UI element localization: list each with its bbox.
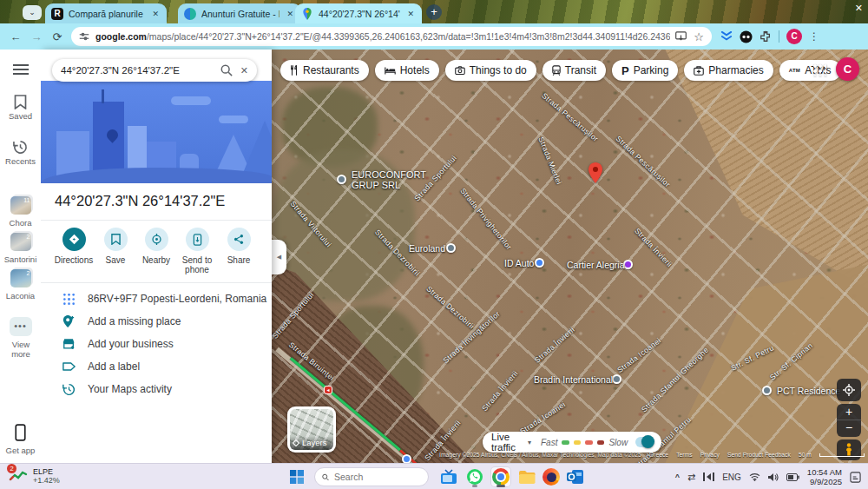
view-more-button[interactable]: ••• View more [0, 317, 41, 359]
poi-marker-partial[interactable] [402, 454, 411, 463]
dark-extension-icon[interactable] [740, 30, 753, 43]
panel-collapse-handle[interactable]: ◀ [272, 240, 286, 274]
tab-search-button[interactable]: ⌄ [23, 5, 42, 20]
traffic-toggle[interactable] [635, 437, 653, 447]
tray-media-icon[interactable] [703, 472, 714, 481]
zoom-out-button[interactable]: − [837, 420, 861, 436]
save-button[interactable]: Save [95, 228, 136, 265]
search-icon[interactable] [220, 64, 233, 76]
poi-marker-bradin[interactable] [612, 374, 621, 384]
poi-label-id-auto[interactable]: ID Auto [504, 258, 534, 268]
poi-marker-euroconfort[interactable] [337, 175, 346, 184]
forward-icon[interactable]: → [26, 30, 47, 43]
chip-hotels[interactable]: Hotels [375, 60, 439, 81]
notification-center-icon[interactable] [850, 472, 861, 483]
add-business-link[interactable]: Add your business [41, 333, 272, 355]
poi-label-cartier-alegria[interactable]: Cartier Alegria [567, 260, 625, 270]
layers-button[interactable]: Layers [287, 406, 336, 453]
poi-label-pct-residence[interactable]: PCT Residence [777, 386, 840, 396]
tab-close-icon[interactable]: ✕ [285, 10, 295, 18]
address-bar[interactable]: google.com/maps/place/44°20'27.3"N+26°14… [71, 27, 712, 46]
send-to-phone-button[interactable]: Send to phone [176, 228, 218, 274]
taskbar-clock[interactable]: 10:54 AM 9/9/2025 [807, 467, 842, 486]
tab-google-maps[interactable]: 44°20'27.3"N 26°14'37.2"E - Go ✕ [295, 3, 422, 23]
taskbar-search-box[interactable] [314, 467, 429, 486]
taskbar-app-chrome[interactable] [490, 466, 511, 487]
new-tab-button[interactable]: + [426, 4, 442, 20]
browser-profile-avatar[interactable]: C [786, 29, 802, 44]
back-icon[interactable]: ← [5, 30, 26, 43]
widgets-button[interactable]: 2 ELPE +1.42% [9, 466, 60, 486]
traffic-incident-marker[interactable]: ◂ [324, 386, 332, 394]
taskbar-app-firefox[interactable] [541, 466, 562, 487]
browser-menu-icon[interactable]: ⋮ [809, 30, 819, 43]
attribution-region-link[interactable]: Greece [649, 452, 668, 458]
feedback-link[interactable]: Send Product Feedback [727, 452, 791, 458]
nearby-button[interactable]: Nearby [135, 228, 177, 265]
hamburger-menu-icon[interactable] [13, 63, 29, 76]
tab-close-icon[interactable]: ✕ [150, 10, 161, 18]
search-input[interactable] [61, 65, 217, 76]
taskbar-app-explorer[interactable] [516, 466, 537, 487]
poi-label-euroland[interactable]: Euroland [409, 243, 445, 254]
maps-activity-link[interactable]: Your Maps activity [41, 378, 272, 400]
clear-search-icon[interactable]: ✕ [240, 65, 248, 76]
add-missing-place-link[interactable]: Add a missing place [41, 310, 272, 333]
chip-parking[interactable]: P Parking [612, 60, 678, 81]
extensions-puzzle-icon[interactable] [760, 30, 772, 43]
battery-icon[interactable] [786, 473, 799, 481]
poi-label-euroconfort[interactable]: EUROCONFORTGRUP SRL [352, 169, 426, 190]
zoom-in-button[interactable]: + [837, 404, 861, 420]
send-to-device-icon[interactable] [675, 31, 687, 42]
chip-pharmacies[interactable]: Pharmacies [684, 60, 773, 81]
chip-transit[interactable]: Transit [542, 60, 606, 81]
start-button[interactable] [286, 466, 307, 487]
chevrons-extension-icon[interactable] [720, 31, 733, 42]
google-apps-grid-icon[interactable] [812, 63, 826, 76]
maps-profile-avatar[interactable]: C [836, 57, 859, 81]
recent-place-laconia[interactable]: 2 Laconia [0, 269, 41, 301]
tray-chevron-up-icon[interactable]: ^ [675, 472, 680, 481]
my-location-button[interactable] [837, 379, 861, 401]
tv-app-icon [440, 469, 457, 485]
live-traffic-label[interactable]: Live traffic [491, 432, 523, 453]
poi-marker-euroland[interactable] [446, 243, 456, 253]
taskbar-app-tv[interactable] [438, 466, 459, 487]
poi-label-bradin[interactable]: Bradin International [534, 374, 613, 385]
tab-anunturi[interactable]: Anunturi Gratuite - Peste 4 mili ✕ [178, 3, 301, 23]
share-button[interactable]: Share [218, 228, 260, 265]
terms-link[interactable]: Terms [676, 452, 693, 458]
tab-revolut[interactable]: R Compară planurile Revolut | Re ✕ [45, 3, 167, 23]
taskbar-search-input[interactable] [334, 472, 421, 482]
directions-button[interactable]: Directions [53, 228, 95, 265]
sidebar-item-recents[interactable]: Recents [0, 140, 41, 166]
taskbar-app-whatsapp[interactable] [464, 466, 485, 487]
recent-place-chora[interactable]: 11 Chora [0, 196, 41, 228]
bookmark-star-icon[interactable]: ☆ [694, 30, 704, 43]
reload-icon[interactable]: ⟳ [47, 30, 68, 43]
tab-close-icon[interactable]: ✕ [405, 10, 416, 18]
tray-arrows-icon[interactable]: ⇄ [687, 472, 695, 483]
wifi-icon[interactable] [749, 472, 760, 481]
chevron-down-icon[interactable]: ▾ [528, 439, 531, 446]
place-pin-icon[interactable] [589, 162, 602, 183]
window-close-icon[interactable]: ✕ [855, 3, 863, 14]
place-thumbnail: 2 [10, 269, 31, 287]
maps-search-box[interactable]: ✕ [52, 59, 257, 82]
add-label-link[interactable]: Add a label [41, 355, 272, 378]
volume-icon[interactable] [768, 472, 779, 482]
get-app-button[interactable]: Get app [0, 424, 41, 455]
chip-restaurants[interactable]: Restaurants [280, 60, 369, 81]
chip-things-to-do[interactable]: Things to do [445, 60, 536, 81]
privacy-link[interactable]: Privacy [700, 452, 720, 458]
taskbar-app-outlook[interactable] [565, 466, 586, 487]
chip-atms[interactable]: ATM ATMs [779, 60, 841, 81]
site-settings-icon[interactable] [79, 31, 89, 42]
sidebar-item-saved[interactable]: Saved [0, 95, 41, 121]
language-indicator[interactable]: ENG [722, 472, 741, 482]
poi-marker-id-auto[interactable] [535, 258, 544, 268]
plus-code-row[interactable]: 86RV+9F7 Popesti-Leordeni, Romania [41, 287, 272, 310]
recent-place-santorini[interactable]: 2 Santorini [0, 233, 41, 264]
poi-marker-pct-residence[interactable] [762, 386, 772, 395]
map-canvas[interactable]: ◂ Strada Sportului Strada Viitorului Str… [272, 50, 868, 463]
